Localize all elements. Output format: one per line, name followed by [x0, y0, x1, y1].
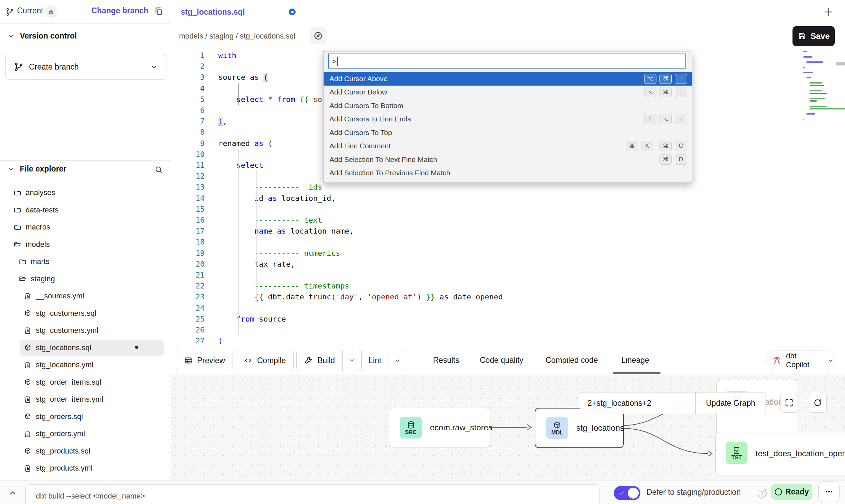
- ellipsis-icon: [824, 487, 834, 496]
- palette-item-label: Add Cursor Below: [329, 88, 644, 96]
- refresh-graph-button[interactable]: [809, 393, 827, 413]
- palette-item-4[interactable]: Add Cursors to Line Ends⇧⌥I: [324, 113, 692, 126]
- file-name: __sources.yml: [36, 292, 84, 300]
- palette-item-6[interactable]: Add Line Comment⌘K⌘C: [324, 139, 692, 153]
- code-line-4: 4: [171, 83, 218, 94]
- line-number: 25: [171, 313, 205, 325]
- lineage-node-test-node[interactable]: TSTtest_does_location_opened_at_trunc_t.…: [715, 432, 845, 475]
- command-palette-input[interactable]: >: [328, 54, 686, 69]
- preview-button[interactable]: Preview: [176, 350, 233, 371]
- overflow-menu-button[interactable]: [818, 481, 840, 502]
- save-button[interactable]: Save: [792, 26, 835, 46]
- file-row-marts[interactable]: marts: [0, 253, 171, 270]
- fullscreen-button[interactable]: [780, 393, 798, 413]
- palette-item-7[interactable]: Add Selection To Next Find Match⌘D: [324, 153, 692, 166]
- palette-item-2[interactable]: Add Cursor Below⌥⌘↓: [324, 86, 692, 99]
- ready-status-badge[interactable]: Ready: [771, 484, 812, 500]
- line-content: ---------- timestamps: [218, 280, 349, 292]
- dbt-command-input[interactable]: dbt build --select <model_name>: [25, 484, 599, 504]
- change-branch-link[interactable]: Change branch: [91, 6, 148, 15]
- collapse-panel-icon[interactable]: [8, 488, 18, 498]
- line-number: 10: [171, 149, 205, 160]
- build-dropdown[interactable]: [342, 350, 361, 371]
- shortcut-keys: ⌘D: [659, 154, 687, 165]
- line-number: 2: [171, 61, 205, 72]
- command-palette: > Add Cursor Above⌥⌘↑Add Cursor Below⌥⌘↓…: [323, 51, 692, 183]
- file-row-stg_products.sql[interactable]: stg_products.sql: [0, 443, 171, 460]
- file-row-stg_order_items.sql[interactable]: stg_order_items.sql: [0, 374, 171, 391]
- file-row-stg_orders.yml[interactable]: stg_orders.yml: [0, 425, 171, 442]
- file-row-macros[interactable]: macros: [0, 219, 171, 236]
- palette-item-1[interactable]: Add Cursor Above⌥⌘↑: [324, 72, 692, 86]
- results-tab-code-quality[interactable]: Code quality: [480, 350, 523, 370]
- sidebar-divider: [0, 160, 171, 161]
- compile-button[interactable]: Compile: [236, 350, 294, 371]
- line-number: 13: [171, 181, 205, 193]
- defer-toggle[interactable]: [614, 486, 640, 500]
- create-branch-main[interactable]: Create branch: [6, 54, 142, 79]
- text-caret: [337, 57, 338, 66]
- file-row-stg_locations.sql[interactable]: stg_locations.sql: [0, 339, 171, 356]
- lineage-node-raw-stores[interactable]: SRCecom.raw_stores: [389, 408, 490, 447]
- editor-minimap[interactable]: [801, 51, 844, 150]
- version-control-header[interactable]: Version control: [7, 31, 77, 41]
- help-icon[interactable]: ?: [758, 489, 767, 498]
- file-row-stg_order_items.yml[interactable]: stg_order_items.yml: [0, 391, 171, 408]
- tabbar-divider: [815, 0, 815, 24]
- line-content: source as (: [218, 72, 268, 83]
- keycap: ⌘: [626, 141, 638, 151]
- line-number: 18: [171, 236, 205, 248]
- lineage-canvas[interactable]: SRCecom.raw_storesMDLstg_locationsMDLloc…: [171, 374, 845, 480]
- file-row-stg_locations.yml[interactable]: stg_locations.yml: [0, 356, 171, 373]
- doc-icon: [24, 430, 32, 438]
- palette-item-label: Add Cursors to Line Ends: [329, 115, 644, 123]
- compass-icon: [313, 31, 323, 41]
- new-tab-button[interactable]: [822, 6, 834, 18]
- file-row-stg_products.yml[interactable]: stg_products.yml: [0, 460, 171, 477]
- line-number: 15: [171, 204, 205, 215]
- results-tab-lineage[interactable]: Lineage: [621, 350, 649, 370]
- model-icon: [24, 378, 32, 386]
- file-row-staging[interactable]: staging: [0, 270, 171, 287]
- tab-stg-locations[interactable]: stg_locations.sql: [171, 0, 307, 24]
- palette-item-3[interactable]: Add Cursors To Bottom: [324, 99, 692, 113]
- lint-button[interactable]: Lint: [361, 350, 407, 371]
- doc-icon: [24, 464, 32, 472]
- file-row-models[interactable]: models: [0, 236, 171, 253]
- file-row-stg_orders.sql[interactable]: stg_orders.sql: [0, 408, 171, 425]
- file-row-stg_customers.sql[interactable]: stg_customers.sql: [0, 305, 171, 322]
- line-number: 17: [171, 225, 205, 237]
- build-button[interactable]: Build: [296, 350, 361, 371]
- copy-icon[interactable]: [153, 6, 164, 16]
- shortcut-keys: ⌥⌘↑: [644, 74, 687, 84]
- table-icon: [184, 356, 193, 365]
- palette-item-9[interactable]: Add Selection To All Find Matches: [324, 180, 692, 183]
- file-name: stg_products.yml: [36, 464, 92, 473]
- file-name: macros: [26, 223, 50, 232]
- palette-item-8[interactable]: Add Selection To Previous Find Match: [324, 166, 692, 180]
- results-tab-compiled-code[interactable]: Compiled code: [546, 350, 598, 370]
- line-number: 26: [171, 324, 205, 336]
- line-content: select: [218, 160, 263, 171]
- lineage-selector-input[interactable]: 2+stg_locations+2: [580, 392, 696, 414]
- editor-scrollbar-thumb[interactable]: [836, 62, 845, 65]
- file-row-data-tests[interactable]: data-tests: [0, 202, 171, 219]
- line-number: 3: [171, 72, 205, 83]
- code-line-11: 11 select: [171, 160, 263, 171]
- lint-dropdown[interactable]: [388, 350, 407, 371]
- update-graph-button[interactable]: Update Graph: [696, 392, 766, 414]
- keycap: C: [675, 141, 687, 151]
- palette-item-5[interactable]: Add Cursors To Top: [324, 126, 692, 139]
- palette-query: >: [332, 57, 337, 65]
- create-branch-button[interactable]: Create branch: [5, 54, 166, 80]
- file-search-icon[interactable]: [154, 165, 163, 174]
- navigate-icon-button[interactable]: [310, 27, 327, 44]
- file-row-stg_customers.yml[interactable]: stg_customers.yml: [0, 322, 171, 339]
- file-row-analyses[interactable]: analyses: [0, 184, 171, 201]
- dbt-copilot-button[interactable]: dbt Copilot: [766, 351, 834, 370]
- create-branch-dropdown[interactable]: [142, 54, 166, 79]
- line-number: 21: [171, 269, 205, 281]
- file-explorer-header[interactable]: File explorer: [7, 164, 66, 174]
- results-tab-results[interactable]: Results: [433, 350, 459, 370]
- file-row-__sources.yml[interactable]: __sources.yml: [0, 287, 171, 305]
